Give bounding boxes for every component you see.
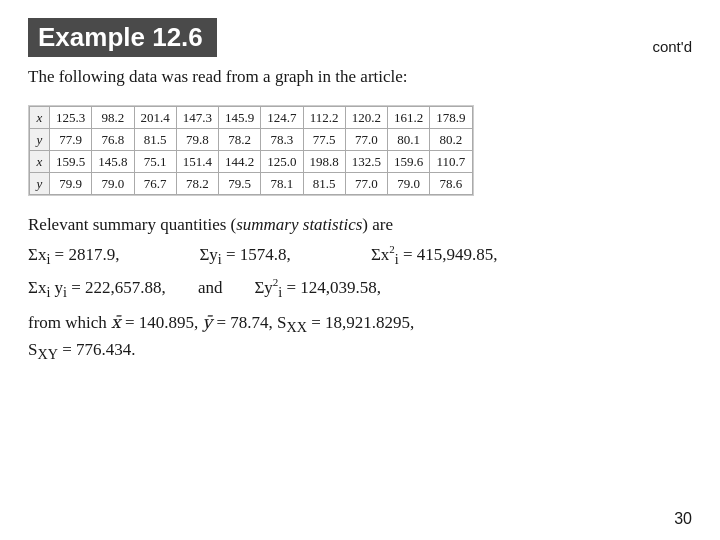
table-cell: 77.0 [345, 129, 387, 151]
sigma-xi2-label: Σx2i = 415,949.85, [371, 245, 498, 268]
data-table-container: x 125.3 98.2 201.4 147.3 145.9 124.7 112… [28, 105, 474, 196]
table-cell: 151.4 [176, 151, 218, 173]
sxx-subscript: XX [286, 319, 306, 335]
table-cell: 81.5 [134, 129, 176, 151]
table-cell: 78.3 [261, 129, 303, 151]
table-cell: 145.9 [219, 107, 261, 129]
row-label-y1: y [30, 129, 50, 151]
table-cell: 110.7 [430, 151, 472, 173]
stats-row-1: Σxi = 2817.9, Σyi = 1574.8, Σx2i = 415,9… [28, 245, 692, 268]
contd-label: cont'd [652, 38, 692, 57]
table-cell: 79.8 [176, 129, 218, 151]
header-row: Example 12.6 cont'd [28, 18, 692, 57]
row-label-x2: x [30, 151, 50, 173]
subtitle: The following data was read from a graph… [28, 67, 692, 87]
sigma-xi-label: Σxi = 2817.9, [28, 245, 119, 268]
table-cell: 120.2 [345, 107, 387, 129]
table-cell: 79.0 [92, 173, 134, 195]
table-cell: 201.4 [134, 107, 176, 129]
table-row: x 159.5 145.8 75.1 151.4 144.2 125.0 198… [30, 151, 473, 173]
table-cell: 79.9 [50, 173, 92, 195]
table-cell: 78.2 [219, 129, 261, 151]
table-cell: 78.6 [430, 173, 472, 195]
table-cell: 132.5 [345, 151, 387, 173]
table-cell: 79.5 [219, 173, 261, 195]
table-cell: 198.8 [303, 151, 345, 173]
table-cell: 77.5 [303, 129, 345, 151]
table-row: x 125.3 98.2 201.4 147.3 145.9 124.7 112… [30, 107, 473, 129]
from-row-2: SXY = 776.434. [28, 340, 692, 363]
table-cell: 125.3 [50, 107, 92, 129]
sigma-yi2-label: Σy2i = 124,039.58, [254, 278, 381, 301]
summary-italic: summary statistics [236, 215, 362, 234]
and-text: and [198, 278, 223, 298]
table-cell: 159.6 [388, 151, 430, 173]
page-number: 30 [674, 510, 692, 528]
table-cell: 178.9 [430, 107, 472, 129]
sigma-xiyi-label: Σxi yi = 222,657.88, [28, 278, 166, 301]
table-cell: 77.9 [50, 129, 92, 151]
table-cell: 112.2 [303, 107, 345, 129]
table-cell: 147.3 [176, 107, 218, 129]
from-row-1: from which x̄ = 140.895, ȳ = 78.74, SXX… [28, 312, 692, 336]
table-cell: 80.2 [430, 129, 472, 151]
table-cell: 80.1 [388, 129, 430, 151]
table-cell: 159.5 [50, 151, 92, 173]
stats-row-2: Σxi yi = 222,657.88, and Σy2i = 124,039.… [28, 278, 692, 301]
page: Example 12.6 cont'd The following data w… [0, 0, 720, 540]
page-title: Example 12.6 [38, 22, 203, 52]
sxy-subscript: XY [37, 347, 57, 363]
table-cell: 75.1 [134, 151, 176, 173]
row-label-y2: y [30, 173, 50, 195]
table-cell: 145.8 [92, 151, 134, 173]
table-cell: 98.2 [92, 107, 134, 129]
data-table: x 125.3 98.2 201.4 147.3 145.9 124.7 112… [29, 106, 473, 195]
title-box: Example 12.6 [28, 18, 217, 57]
table-cell: 161.2 [388, 107, 430, 129]
table-row: y 77.9 76.8 81.5 79.8 78.2 78.3 77.5 77.… [30, 129, 473, 151]
table-cell: 78.1 [261, 173, 303, 195]
table-cell: 81.5 [303, 173, 345, 195]
table-cell: 79.0 [388, 173, 430, 195]
table-cell: 78.2 [176, 173, 218, 195]
row-label-x1: x [30, 107, 50, 129]
table-cell: 76.8 [92, 129, 134, 151]
table-cell: 144.2 [219, 151, 261, 173]
table-cell: 76.7 [134, 173, 176, 195]
summary-text: Relevant summary quantities (summary sta… [28, 215, 692, 235]
table-cell: 125.0 [261, 151, 303, 173]
table-row: y 79.9 79.0 76.7 78.2 79.5 78.1 81.5 77.… [30, 173, 473, 195]
sigma-yi-label: Σyi = 1574.8, [199, 245, 290, 268]
table-cell: 124.7 [261, 107, 303, 129]
table-cell: 77.0 [345, 173, 387, 195]
